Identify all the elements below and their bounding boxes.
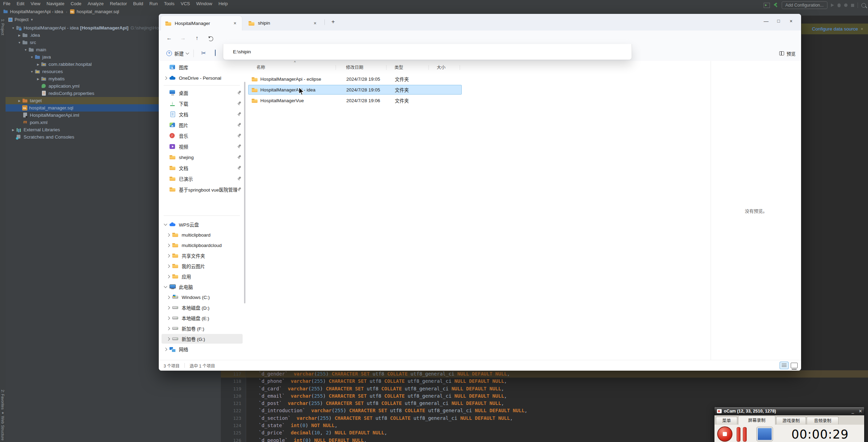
sidebar-item-wps[interactable]: WPS云盘 [162, 220, 243, 229]
sidebar-item-item[interactable]: 我的云图片 [162, 261, 243, 271]
explorer-tab-hospitalmanager[interactable]: HospitalManager× [160, 16, 242, 30]
minimize-button[interactable]: — [762, 17, 771, 26]
sidebar-item-onedrive-personal[interactable]: OneDrive - Personal [162, 73, 243, 83]
file-row-hospitalmanagervue[interactable]: HospitalManagerVue2024/7/28 19:06文件夹 [248, 96, 462, 105]
chevron-down-icon[interactable] [164, 222, 167, 226]
tool-tab-structure[interactable]: Structure [0, 425, 6, 441]
ocam-tab-0[interactable]: 菜单 [716, 417, 737, 424]
sidebar-item-item[interactable]: 下载 [162, 99, 243, 108]
build-hammer-icon[interactable] [773, 3, 778, 8]
expand-arrow-icon[interactable]: ▶ [35, 77, 41, 81]
sidebar-item-g[interactable]: 新加卷 (G:) [162, 334, 243, 344]
profile-icon[interactable] [844, 3, 848, 7]
address-suggestion-item[interactable]: E:\shipin [233, 49, 251, 54]
stop-icon[interactable] [851, 4, 854, 7]
chevron-right-icon[interactable] [166, 295, 170, 299]
sidebar-item-item[interactable]: 应用 [162, 272, 243, 281]
details-view-icon[interactable] [780, 362, 789, 369]
sidebar-item-item[interactable]: 音乐 [162, 131, 243, 141]
sidebar-item-item[interactable]: 已演示 [162, 174, 243, 184]
chevron-right-icon[interactable] [166, 254, 170, 257]
sidebar-scrollbar[interactable] [244, 82, 245, 303]
breadcrumb-file[interactable]: hospital_manager.sql [77, 9, 119, 14]
sidebar-item-item[interactable]: 桌面 [162, 88, 243, 98]
menu-build[interactable]: Build [130, 0, 146, 8]
tab-close-icon[interactable]: × [232, 20, 238, 26]
sidebar-item-item[interactable]: 此电脑 [162, 282, 243, 292]
menu-run[interactable]: Run [146, 0, 161, 8]
code-line-119[interactable]: 119`d_card` varchar(255) CHARACTER SET u… [221, 385, 868, 392]
pause-icon[interactable] [743, 427, 747, 442]
collapse-arrow-icon[interactable]: ▼ [17, 41, 22, 44]
code-line-118[interactable]: 118`d_phone` varchar(255) CHARACTER SET … [221, 378, 868, 385]
breadcrumb-project[interactable]: HospitalManagerApi - idea [10, 9, 63, 14]
column-header-3[interactable]: 大小 [437, 63, 445, 72]
sidebar-item-windows-c[interactable]: Windows (C:) [162, 292, 243, 302]
chevron-right-icon[interactable] [166, 275, 170, 278]
up-button[interactable]: ↑ [192, 33, 202, 43]
code-line-117[interactable]: 117`d_gender` varchar(255) CHARACTER SET… [221, 370, 868, 378]
add-configuration-button[interactable]: Add Configuration... [782, 1, 828, 9]
ocam-title-bar[interactable]: oCam (12, 33, 2510, 1278) _ ✕ [714, 407, 864, 415]
collapse-arrow-icon[interactable]: ▼ [23, 48, 28, 52]
chevron-right-icon[interactable] [166, 327, 170, 330]
menu-help[interactable]: Help [215, 0, 231, 8]
menu-tools[interactable]: Tools [161, 0, 177, 8]
icons-view-icon[interactable] [791, 363, 798, 368]
expand-arrow-icon[interactable]: ▶ [35, 63, 41, 66]
sidebar-item-springboot-vue[interactable]: 基于springboot vue医院管理系 [162, 185, 243, 194]
collapse-arrow-icon[interactable]: ▼ [29, 55, 35, 59]
ocam-close-button[interactable]: ✕ [857, 409, 864, 414]
record-stop-button[interactable] [717, 426, 732, 442]
configure-data-source-link[interactable]: Configure data source [812, 26, 858, 32]
explorer-tab-shipin[interactable]: shipin× [244, 16, 322, 30]
code-line-120[interactable]: 120`d_email` varchar(255) CHARACTER SET … [221, 392, 868, 400]
tool-tab-web[interactable]: Web [0, 416, 6, 424]
sidebar-item-item[interactable]: 图片 [162, 120, 243, 130]
menu-window[interactable]: Window [193, 0, 215, 8]
tool-tab-2-favorites[interactable]: 2: Favorites★ [0, 390, 6, 414]
chevron-down-icon[interactable] [164, 285, 167, 288]
menu-file[interactable]: File [0, 0, 14, 8]
notification-close-icon[interactable]: × [861, 27, 863, 32]
sidebar-item-multiclipboardcloud[interactable]: multiclipboardcloud [162, 240, 243, 250]
chevron-right-icon[interactable] [166, 233, 170, 237]
expand-arrow-icon[interactable]: ▶ [10, 128, 16, 132]
expand-arrow-icon[interactable]: ▶ [17, 34, 22, 37]
sidebar-item-e[interactable]: 本地磁盘 (E:) [162, 313, 243, 323]
pause-icon[interactable] [737, 427, 740, 442]
menu-code[interactable]: Code [68, 0, 85, 8]
refresh-button[interactable] [206, 33, 216, 43]
ocam-tab-3[interactable]: 音频录制 [807, 417, 839, 424]
sidebar-item-shejing[interactable]: shejing [162, 152, 243, 162]
copy-button[interactable] [212, 50, 224, 60]
chevron-right-icon[interactable] [166, 244, 170, 247]
debug-icon[interactable] [837, 3, 841, 7]
close-button[interactable]: × [787, 17, 796, 26]
preview-toggle-button[interactable]: 预览 [779, 48, 796, 59]
menu-vcs[interactable]: VCS [177, 0, 193, 8]
collapse-arrow-icon[interactable]: ▼ [10, 26, 16, 30]
menu-view[interactable]: View [27, 0, 43, 8]
back-button[interactable]: ← [164, 33, 174, 43]
sidebar-item-item[interactable]: 文档 [162, 163, 243, 173]
cut-button[interactable]: ✂ [198, 48, 209, 59]
expand-arrow-icon[interactable]: ▶ [17, 99, 22, 103]
sidebar-item-f[interactable]: 新加卷 (F:) [162, 324, 243, 333]
tool-tab-project[interactable]: 1: Project [0, 18, 6, 36]
collapse-arrow-icon[interactable]: ▼ [29, 70, 35, 73]
code-line-121[interactable]: 121`d_post` varchar(255) CHARACTER SET u… [221, 400, 868, 407]
search-everywhere-icon[interactable] [861, 3, 866, 8]
sidebar-item-item[interactable]: 网络 [162, 344, 243, 354]
chevron-right-icon[interactable] [166, 316, 170, 320]
ocam-minimize-button[interactable]: _ [849, 409, 857, 414]
monitor-icon[interactable] [757, 427, 773, 441]
chevron-right-icon[interactable] [166, 337, 170, 341]
sidebar-item-multiclipboard[interactable]: multiclipboard [162, 230, 243, 240]
chevron-right-icon[interactable] [164, 347, 167, 351]
menu-edit[interactable]: Edit [14, 0, 27, 8]
menu-navigate[interactable]: Navigate [43, 0, 67, 8]
run-icon[interactable] [831, 3, 834, 7]
maximize-button[interactable]: □ [774, 17, 783, 26]
sidebar-item-d[interactable]: 本地磁盘 (D:) [162, 303, 243, 312]
